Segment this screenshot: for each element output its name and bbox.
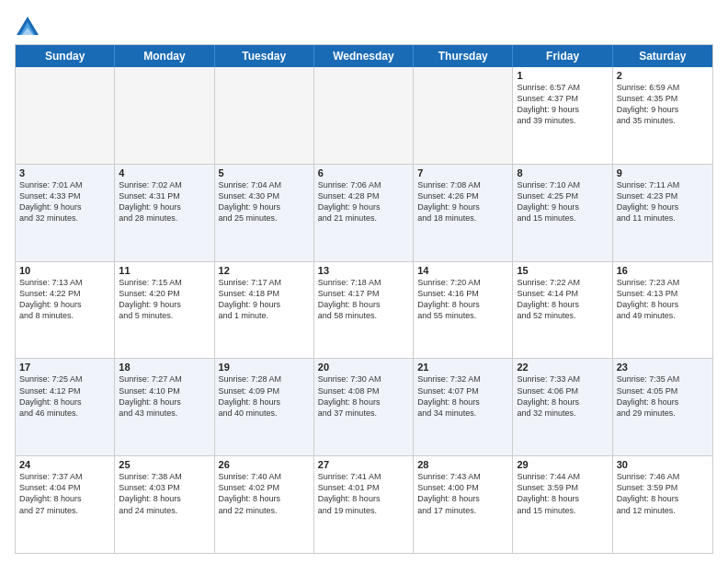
day-number: 7 [417, 167, 508, 178]
day-cell-10: 10Sunrise: 7:13 AMSunset: 4:22 PMDayligh… [16, 262, 115, 359]
empty-cell-0-2 [215, 67, 314, 164]
day-number: 14 [417, 265, 508, 276]
header-day-tuesday: Tuesday [215, 45, 314, 67]
day-number: 23 [617, 362, 709, 373]
day-info: Sunrise: 7:32 AMSunset: 4:07 PMDaylight:… [417, 373, 508, 419]
header [15, 11, 713, 40]
day-number: 1 [517, 70, 608, 81]
empty-cell-0-0 [16, 67, 115, 164]
day-number: 15 [517, 265, 608, 276]
day-info: Sunrise: 6:57 AMSunset: 4:37 PMDaylight:… [517, 82, 608, 127]
day-number: 29 [517, 459, 608, 470]
calendar-row-4: 24Sunrise: 7:37 AMSunset: 4:04 PMDayligh… [16, 456, 712, 554]
day-number: 10 [19, 265, 110, 276]
day-cell-3: 3Sunrise: 7:01 AMSunset: 4:33 PMDaylight… [16, 165, 115, 261]
day-number: 11 [119, 265, 210, 276]
day-cell-1: 1Sunrise: 6:57 AMSunset: 4:37 PMDaylight… [513, 67, 612, 164]
day-info: Sunrise: 7:28 AMSunset: 4:09 PMDaylight:… [219, 373, 310, 419]
day-cell-24: 24Sunrise: 7:37 AMSunset: 4:04 PMDayligh… [16, 456, 115, 553]
day-cell-6: 6Sunrise: 7:06 AMSunset: 4:28 PMDaylight… [314, 165, 414, 261]
calendar-body: 1Sunrise: 6:57 AMSunset: 4:37 PMDaylight… [16, 67, 712, 554]
day-cell-27: 27Sunrise: 7:41 AMSunset: 4:01 PMDayligh… [314, 456, 414, 553]
day-info: Sunrise: 7:04 AMSunset: 4:30 PMDaylight:… [219, 179, 310, 224]
day-cell-8: 8Sunrise: 7:10 AMSunset: 4:25 PMDaylight… [513, 165, 612, 261]
day-info: Sunrise: 7:11 AMSunset: 4:23 PMDaylight:… [617, 179, 709, 224]
day-info: Sunrise: 7:08 AMSunset: 4:26 PMDaylight:… [417, 179, 508, 224]
logo-icon [15, 15, 40, 40]
day-info: Sunrise: 7:25 AMSunset: 4:12 PMDaylight:… [19, 373, 110, 419]
day-cell-19: 19Sunrise: 7:28 AMSunset: 4:09 PMDayligh… [215, 359, 314, 455]
day-number: 24 [19, 459, 110, 470]
calendar-row-2: 10Sunrise: 7:13 AMSunset: 4:22 PMDayligh… [16, 262, 712, 360]
day-cell-29: 29Sunrise: 7:44 AMSunset: 3:59 PMDayligh… [513, 456, 612, 553]
day-cell-23: 23Sunrise: 7:35 AMSunset: 4:05 PMDayligh… [613, 359, 712, 455]
day-number: 9 [617, 167, 709, 178]
day-info: Sunrise: 7:22 AMSunset: 4:14 PMDaylight:… [517, 277, 608, 322]
calendar-row-0: 1Sunrise: 6:57 AMSunset: 4:37 PMDaylight… [16, 67, 712, 165]
day-number: 5 [219, 167, 310, 178]
day-info: Sunrise: 7:02 AMSunset: 4:31 PMDaylight:… [119, 179, 210, 224]
day-info: Sunrise: 7:01 AMSunset: 4:33 PMDaylight:… [19, 179, 110, 224]
day-number: 6 [318, 167, 409, 178]
day-cell-9: 9Sunrise: 7:11 AMSunset: 4:23 PMDaylight… [613, 165, 712, 261]
empty-cell-0-1 [115, 67, 214, 164]
calendar-row-3: 17Sunrise: 7:25 AMSunset: 4:12 PMDayligh… [16, 359, 712, 456]
header-day-sunday: Sunday [16, 45, 115, 67]
day-info: Sunrise: 7:20 AMSunset: 4:16 PMDaylight:… [417, 277, 508, 322]
header-day-saturday: Saturday [613, 45, 712, 67]
day-cell-13: 13Sunrise: 7:18 AMSunset: 4:17 PMDayligh… [314, 262, 414, 359]
day-number: 30 [617, 459, 709, 470]
day-info: Sunrise: 7:37 AMSunset: 4:04 PMDaylight:… [19, 471, 110, 516]
day-number: 27 [318, 459, 409, 470]
day-number: 12 [219, 265, 310, 276]
day-number: 17 [19, 362, 110, 373]
day-info: Sunrise: 7:43 AMSunset: 4:00 PMDaylight:… [417, 471, 508, 516]
header-day-monday: Monday [115, 45, 214, 67]
day-info: Sunrise: 7:17 AMSunset: 4:18 PMDaylight:… [219, 277, 310, 322]
day-number: 2 [617, 70, 709, 81]
day-info: Sunrise: 7:33 AMSunset: 4:06 PMDaylight:… [517, 373, 608, 419]
day-number: 19 [219, 362, 310, 373]
calendar-row-1: 3Sunrise: 7:01 AMSunset: 4:33 PMDaylight… [16, 165, 712, 262]
day-cell-15: 15Sunrise: 7:22 AMSunset: 4:14 PMDayligh… [513, 262, 612, 359]
day-info: Sunrise: 7:44 AMSunset: 3:59 PMDaylight:… [517, 471, 608, 516]
day-info: Sunrise: 7:46 AMSunset: 3:59 PMDaylight:… [617, 471, 709, 516]
day-number: 16 [617, 265, 709, 276]
day-number: 28 [417, 459, 508, 470]
day-cell-5: 5Sunrise: 7:04 AMSunset: 4:30 PMDaylight… [215, 165, 314, 261]
day-cell-25: 25Sunrise: 7:38 AMSunset: 4:03 PMDayligh… [115, 456, 214, 553]
day-number: 21 [417, 362, 508, 373]
day-info: Sunrise: 7:38 AMSunset: 4:03 PMDaylight:… [119, 471, 210, 516]
day-info: Sunrise: 7:41 AMSunset: 4:01 PMDaylight:… [318, 471, 409, 516]
day-cell-17: 17Sunrise: 7:25 AMSunset: 4:12 PMDayligh… [16, 359, 115, 455]
day-info: Sunrise: 7:13 AMSunset: 4:22 PMDaylight:… [19, 277, 110, 322]
day-cell-21: 21Sunrise: 7:32 AMSunset: 4:07 PMDayligh… [414, 359, 513, 455]
day-number: 25 [119, 459, 210, 470]
day-cell-18: 18Sunrise: 7:27 AMSunset: 4:10 PMDayligh… [115, 359, 214, 455]
day-info: Sunrise: 7:18 AMSunset: 4:17 PMDaylight:… [318, 277, 409, 322]
day-info: Sunrise: 7:06 AMSunset: 4:28 PMDaylight:… [318, 179, 409, 224]
day-info: Sunrise: 7:30 AMSunset: 4:08 PMDaylight:… [318, 373, 409, 419]
day-cell-26: 26Sunrise: 7:40 AMSunset: 4:02 PMDayligh… [215, 456, 314, 553]
day-cell-28: 28Sunrise: 7:43 AMSunset: 4:00 PMDayligh… [414, 456, 513, 553]
calendar-header: SundayMondayTuesdayWednesdayThursdayFrid… [16, 45, 712, 67]
day-number: 22 [517, 362, 608, 373]
empty-cell-0-4 [414, 67, 513, 164]
page: SundayMondayTuesdayWednesdayThursdayFrid… [0, 0, 728, 563]
header-day-thursday: Thursday [414, 45, 513, 67]
day-number: 26 [219, 459, 310, 470]
day-info: Sunrise: 7:10 AMSunset: 4:25 PMDaylight:… [517, 179, 608, 224]
day-number: 13 [318, 265, 409, 276]
header-day-friday: Friday [513, 45, 612, 67]
day-info: Sunrise: 7:40 AMSunset: 4:02 PMDaylight:… [219, 471, 310, 516]
day-info: Sunrise: 6:59 AMSunset: 4:35 PMDaylight:… [617, 82, 709, 127]
day-number: 8 [517, 167, 608, 178]
calendar: SundayMondayTuesdayWednesdayThursdayFrid… [15, 44, 713, 554]
logo [15, 15, 44, 40]
day-cell-14: 14Sunrise: 7:20 AMSunset: 4:16 PMDayligh… [414, 262, 513, 359]
day-number: 20 [318, 362, 409, 373]
day-number: 3 [19, 167, 110, 178]
day-number: 4 [119, 167, 210, 178]
header-day-wednesday: Wednesday [314, 45, 414, 67]
day-info: Sunrise: 7:27 AMSunset: 4:10 PMDaylight:… [119, 373, 210, 419]
